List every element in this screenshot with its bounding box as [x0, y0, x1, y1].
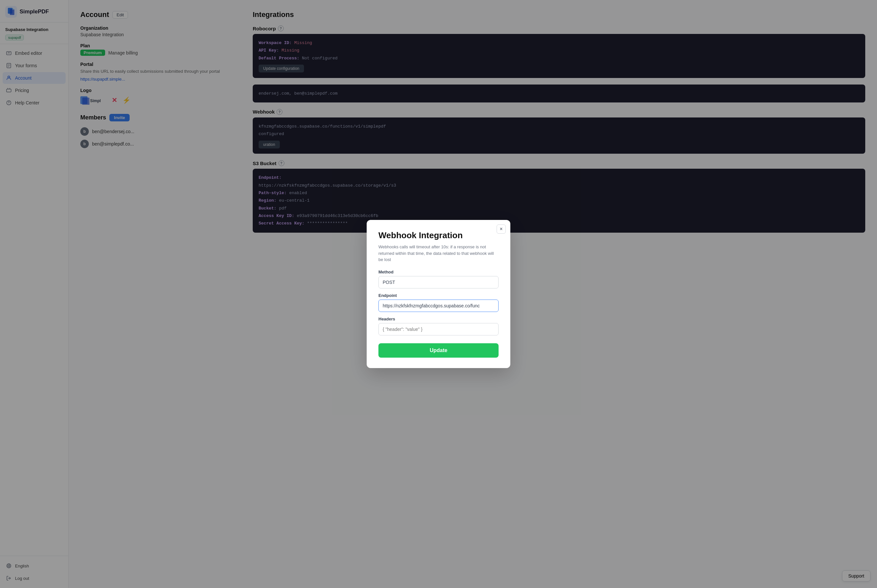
endpoint-input[interactable] [378, 300, 499, 312]
modal-title: Webhook Integration [378, 230, 499, 240]
endpoint-label: Endpoint [378, 293, 499, 298]
webhook-modal: × Webhook Integration Webhooks calls wil… [367, 220, 510, 368]
method-label: Method [378, 270, 499, 274]
modal-close-button[interactable]: × [496, 225, 506, 234]
modal-update-button[interactable]: Update [378, 343, 499, 358]
headers-input[interactable] [378, 323, 499, 336]
method-input[interactable] [378, 276, 499, 288]
modal-description: Webhooks calls will timeout after 10s: i… [378, 244, 499, 263]
headers-label: Headers [378, 316, 499, 321]
modal-overlay[interactable]: × Webhook Integration Webhooks calls wil… [0, 0, 877, 588]
